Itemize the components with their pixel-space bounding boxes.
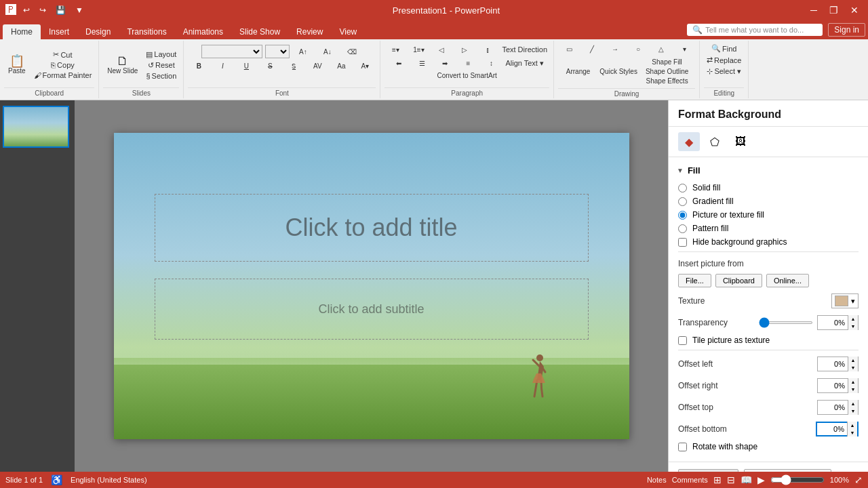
underline-button[interactable]: U [235,62,257,70]
restore-button[interactable]: ❐ [825,3,842,17]
online-button[interactable]: Online... [766,274,809,287]
offset-left-down[interactable]: ▼ [848,364,858,371]
align-right-btn[interactable]: ➡ [434,59,456,68]
reading-view-icon[interactable]: 📖 [741,474,752,485]
shape-arrow[interactable]: → [604,45,626,54]
section-button[interactable]: § Section [143,71,179,81]
shape-ellipse[interactable]: ○ [627,45,649,54]
qat-undo[interactable]: ↩ [20,4,33,16]
numbering-btn[interactable]: 1≡▾ [408,45,429,54]
accessibility-icon[interactable]: ♿ [51,474,62,485]
close-button[interactable]: ✕ [846,3,863,17]
arrange-button[interactable]: Arrange [562,66,595,77]
align-left-btn[interactable]: ⬅ [388,59,410,68]
font-size-btn2[interactable]: Aa [330,62,352,70]
cut-button[interactable]: ✂ Cut [31,49,95,60]
tab-view[interactable]: View [331,24,365,39]
offset-right-down[interactable]: ▼ [848,386,858,393]
rotate-with-shape-checkbox[interactable] [678,443,687,451]
offset-top-up[interactable]: ▲ [848,400,858,407]
picture-fill-radio[interactable] [678,211,687,220]
gradient-fill-radio[interactable] [678,197,687,206]
offset-bottom-up[interactable]: ▲ [848,422,857,429]
tab-home[interactable]: Home [3,24,41,39]
font-decrease-btn[interactable]: A↓ [317,47,338,56]
shape-outline-btn[interactable]: Shape Outline [643,67,691,76]
shadow-btn[interactable]: S̲ [283,62,304,70]
tile-picture-checkbox[interactable] [678,336,687,345]
bold-button[interactable]: B [188,62,210,70]
shape-triangle[interactable]: △ [650,45,672,54]
file-button[interactable]: File... [678,274,711,287]
picture-tab-icon[interactable]: 🖼 [730,132,751,151]
offset-top-input[interactable] [818,401,848,414]
search-box[interactable]: 🔍 Tell me what you want to do... [687,24,823,36]
transparency-input[interactable] [818,316,848,329]
layout-button[interactable]: ▤ Layout [143,49,179,60]
font-increase-btn[interactable]: A↑ [292,47,314,56]
normal-view-icon[interactable]: ⊞ [713,474,722,485]
offset-left-up[interactable]: ▲ [848,357,858,364]
transparency-up[interactable]: ▲ [848,315,858,323]
select-button[interactable]: ⊹ Select ▾ [704,66,744,77]
align-center-btn[interactable]: ☰ [411,59,433,68]
line-spacing-btn[interactable]: ↕ [480,59,502,68]
offset-right-up[interactable]: ▲ [848,378,858,386]
qat-redo[interactable]: ↪ [37,4,49,16]
sign-in-button[interactable]: Sign in [828,23,865,37]
texture-select[interactable]: ▾ [831,293,859,308]
reset-button[interactable]: ↺ Reset [143,60,179,70]
offset-left-input[interactable] [818,357,848,371]
transparency-slider[interactable] [759,321,813,324]
minimize-button[interactable]: ─ [806,3,821,17]
notes-button[interactable]: Notes [647,476,667,484]
replace-button[interactable]: ⇄ Replace [704,55,744,65]
char-spacing-btn[interactable]: AV [307,62,328,70]
shape-tab-icon[interactable]: ⬠ [704,132,726,151]
tab-transitions[interactable]: Transitions [119,24,174,39]
qat-save[interactable]: 💾 [53,4,68,16]
offset-bottom-input[interactable] [817,423,847,435]
shape-rect[interactable]: ▭ [558,45,580,54]
quick-styles-button[interactable]: Quick Styles [597,66,640,77]
shape-fill-btn[interactable]: Shape Fill [643,58,691,66]
fill-tab-icon[interactable]: ◆ [678,132,700,151]
transparency-down[interactable]: ▼ [848,323,858,330]
offset-top-down[interactable]: ▼ [848,407,858,415]
convert-smartart-btn[interactable]: Convert to SmartArt [435,71,499,80]
align-text-btn[interactable]: Align Text ▾ [503,58,546,68]
hide-bg-graphics-checkbox[interactable] [678,238,687,247]
increase-indent-btn[interactable]: ▷ [454,45,475,54]
subtitle-placeholder[interactable]: Click to add subtitle [155,279,589,340]
clipboard-button[interactable]: Clipboard [715,274,762,287]
shape-effects-btn[interactable]: Shape Effects [643,77,691,85]
clear-format-btn[interactable]: ⌫ [341,47,363,56]
format-painter-button[interactable]: 🖌 Format Painter [31,70,95,80]
bullets-btn[interactable]: ≡▾ [384,45,406,54]
tab-design[interactable]: Design [77,24,119,39]
slide-sorter-icon[interactable]: ⊟ [727,474,735,485]
tab-slideshow[interactable]: Slide Show [231,24,288,39]
copy-button[interactable]: ⎘ Copy [31,60,95,70]
fit-to-window-icon[interactable]: ⤢ [854,474,863,485]
text-direction-btn[interactable]: Text Direction [500,45,549,54]
fill-section-header[interactable]: ▼ Fill [669,163,868,178]
tab-review[interactable]: Review [288,24,331,39]
shape-line[interactable]: ╱ [581,45,603,54]
italic-button[interactable]: I [212,62,233,70]
tab-animations[interactable]: Animations [175,24,231,39]
find-button[interactable]: 🔍 Find [709,43,739,54]
offset-right-input[interactable] [818,379,848,392]
font-family-select[interactable] [201,45,262,58]
zoom-slider[interactable] [770,474,825,485]
font-size-select[interactable] [265,45,290,58]
slide-thumbnail[interactable] [3,106,69,148]
paste-button[interactable]: 📋 Paste [4,45,30,85]
justify-btn[interactable]: ≡ [457,59,479,68]
new-slide-button[interactable]: 🗋 New Slide [103,45,142,85]
slide-canvas[interactable]: Click to add title Click to add subtitle [114,133,629,439]
columns-btn[interactable]: ⫿ [477,45,498,54]
offset-bottom-down[interactable]: ▼ [848,429,857,436]
slideshow-icon[interactable]: ▶ [757,474,765,485]
shapes-more[interactable]: ▾ [673,45,695,54]
